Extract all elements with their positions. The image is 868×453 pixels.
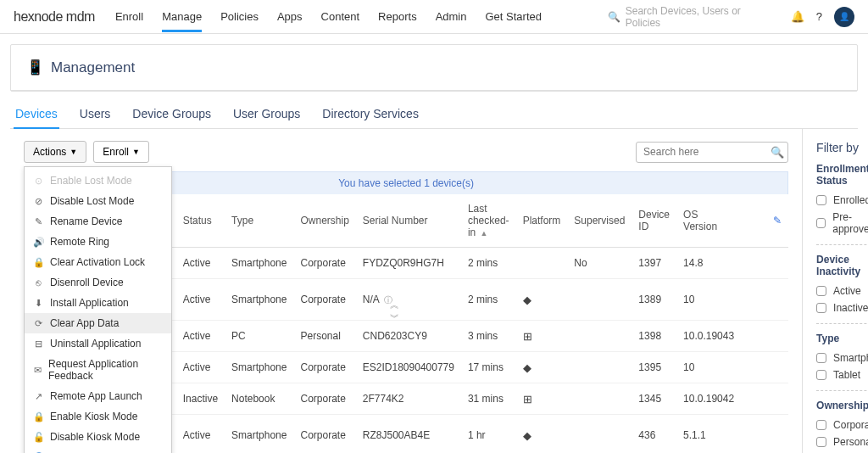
edit-columns-icon[interactable]: ✎ (773, 215, 782, 226)
ownership-cell: Corporate (293, 352, 355, 383)
action-rename-device[interactable]: ✎Rename Device (25, 211, 171, 232)
deviceid-cell: 1395 (632, 352, 676, 383)
global-search[interactable]: 🔍 Search Devices, Users or Policies (608, 5, 777, 29)
subtabs: DevicesUsersDevice GroupsUser GroupsDire… (10, 100, 858, 129)
col-last-checked-in[interactable]: Last checked-in ▲ (461, 194, 516, 248)
info-icon[interactable]: ⓘ (381, 295, 392, 305)
action-disable-lost-mode[interactable]: ⊘Disable Lost Mode (25, 191, 171, 211)
action-disable-kiosk-mode[interactable]: 🔓Disable Kiosk Mode (25, 427, 171, 447)
col-platform[interactable]: Platform (516, 194, 568, 248)
filter-option-inactive[interactable]: Inactive (816, 299, 868, 316)
action-remote-ring[interactable]: 🔊Remote Ring (25, 232, 171, 252)
action-disenroll-device[interactable]: ⎋Disenroll Device (25, 272, 171, 293)
filter-group-type: Type (816, 333, 868, 344)
checkbox[interactable] (816, 286, 826, 296)
table-search[interactable]: 🔍 (636, 142, 788, 163)
topnav-admin[interactable]: Admin (436, 2, 467, 31)
col-serial-number[interactable]: Serial Number (356, 194, 461, 248)
bell-icon[interactable]: 🔔 (791, 10, 804, 23)
os-cell: 10 (676, 279, 741, 321)
status-cell: Active (176, 248, 225, 279)
filter-option-tablet[interactable]: Tablet (816, 366, 868, 383)
supervised-cell (567, 383, 632, 415)
col-device-id[interactable]: Device ID (632, 194, 676, 248)
action-icon: ⟳ (33, 318, 43, 329)
status-cell: Active (176, 321, 225, 352)
action-icon: 🔊 (33, 237, 43, 248)
topnav-policies[interactable]: Policies (220, 2, 259, 31)
deviceid-cell: 1389 (632, 279, 676, 321)
filter-option-corporate[interactable]: Corporate (816, 417, 868, 433)
checkbox[interactable] (816, 218, 826, 228)
platform-icon: ◆ (516, 352, 568, 383)
actions-dropdown: ⊙Enable Lost Mode⊘Disable Lost Mode✎Rena… (24, 166, 172, 453)
topnav-apps[interactable]: Apps (277, 2, 303, 31)
top-nav: EnrollManagePoliciesAppsContentReportsAd… (115, 2, 608, 31)
filter-option-pre-approved[interactable]: Pre-approved (816, 209, 868, 238)
checkbox[interactable] (816, 303, 826, 313)
os-cell: 10 (676, 352, 741, 383)
enroll-button[interactable]: Enroll▼ (93, 141, 149, 163)
serial-cell: RZ8J500AB4E (356, 415, 461, 454)
checkbox[interactable] (816, 420, 826, 430)
os-cell: 14.8 (676, 248, 741, 279)
avatar[interactable]: 👤 (834, 7, 854, 27)
page-title: Management (51, 59, 135, 76)
topnav-enroll[interactable]: Enroll (115, 2, 143, 31)
tab-device-groups[interactable]: Device Groups (131, 100, 213, 128)
sort-asc-icon: ▲ (481, 229, 488, 238)
checkbox[interactable] (816, 353, 826, 363)
ownership-cell: Corporate (293, 383, 355, 415)
action-install-application[interactable]: ⬇Install Application (25, 293, 171, 313)
action-enable-kiosk-mode[interactable]: 🔒Enable Kiosk Mode (25, 406, 171, 427)
action-clear-app-data[interactable]: ⟳Clear App Data (25, 313, 171, 333)
action-icon: ⊟ (33, 338, 43, 350)
checkbox[interactable] (816, 370, 826, 380)
action-icon: ⊙ (33, 176, 43, 187)
os-cell: 10.0.19042 (676, 383, 741, 415)
tab-devices[interactable]: Devices (14, 100, 59, 129)
checkbox[interactable] (816, 437, 826, 447)
filter-title: Filter by (816, 141, 868, 154)
type-cell: Smartphone (225, 352, 293, 383)
topnav-get-started[interactable]: Get Started (486, 2, 542, 31)
type-cell: Smartphone (225, 279, 293, 321)
action-icon: ⊘ (33, 196, 43, 207)
lastcheck-cell: 3 mins (461, 321, 516, 352)
action-icon: 🔓 (33, 432, 43, 443)
action-request-application-feedback[interactable]: ✉Request Application Feedback (25, 354, 171, 386)
filter-option-personal[interactable]: Personal (816, 433, 868, 450)
os-cell: 5.1.1 (676, 415, 741, 454)
col-type[interactable]: Type (225, 194, 293, 248)
tab-user-groups[interactable]: User Groups (231, 100, 302, 128)
filter-option-smartphone[interactable]: Smartphone (816, 350, 868, 366)
topnav-reports[interactable]: Reports (378, 2, 417, 31)
topnav-manage[interactable]: Manage (162, 2, 202, 31)
col-ownership[interactable]: Ownership (293, 194, 355, 248)
search-icon: 🔍 (608, 11, 620, 23)
filter-option-active[interactable]: Active (816, 282, 868, 299)
col-status[interactable]: Status (176, 194, 225, 248)
col-supervised[interactable]: Supervised (567, 194, 632, 248)
col-os-version[interactable]: OS Version (676, 194, 741, 248)
filter-option-enrolled[interactable]: Enrolled (816, 192, 868, 209)
filter-group-device-inactivity: Device Inactivity (816, 254, 868, 277)
serial-cell: N/A ⓘ (356, 279, 461, 321)
action-clear-activation-lock[interactable]: 🔒Clear Activation Lock (25, 252, 171, 272)
search-input[interactable] (643, 146, 771, 158)
chevron-down-icon: ▼ (70, 148, 77, 156)
supervised-cell: No (567, 248, 632, 279)
actions-button[interactable]: Actions▼ (24, 141, 86, 163)
action-uninstall-application[interactable]: ⊟Uninstall Application (25, 333, 171, 354)
action-icon: ✉ (33, 365, 42, 376)
checkbox[interactable] (816, 195, 826, 205)
help-icon[interactable]: ? (816, 10, 822, 23)
supervised-cell (567, 279, 632, 321)
serial-cell: FYDZQ0R9HG7H (356, 248, 461, 279)
topnav-content[interactable]: Content (321, 2, 360, 31)
lastcheck-cell: 2 mins (461, 279, 516, 321)
tab-users[interactable]: Users (78, 100, 113, 128)
action-remote-app-launch[interactable]: ↗Remote App Launch (25, 386, 171, 406)
tab-directory-services[interactable]: Directory Services (320, 100, 420, 128)
col-checkbox: ✎ (741, 194, 788, 248)
